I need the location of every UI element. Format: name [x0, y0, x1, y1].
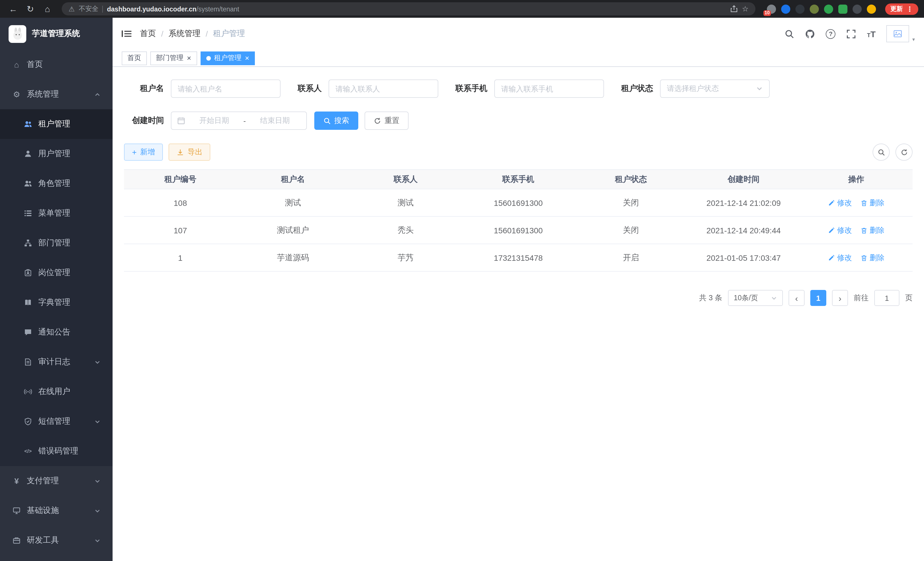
sidebar-fold-icon[interactable]: [122, 30, 131, 38]
prev-page-button[interactable]: ‹: [789, 290, 805, 306]
list-icon: [23, 209, 33, 218]
tab-home[interactable]: 首页: [122, 51, 147, 65]
calendar-icon: [177, 117, 185, 125]
edit-icon: [828, 254, 835, 261]
fullscreen-icon[interactable]: [846, 29, 856, 39]
delete-link[interactable]: 删除: [861, 253, 885, 263]
extension-icon-2[interactable]: [781, 4, 790, 14]
id-badge-icon: [23, 268, 33, 277]
sidebar-item-menu[interactable]: 菜单管理: [0, 199, 112, 228]
phone-input[interactable]: [494, 80, 604, 98]
sidebar-item-user[interactable]: 用户管理: [0, 139, 112, 169]
edit-icon: [828, 227, 835, 234]
tenant-name-input[interactable]: [171, 80, 280, 98]
edit-link[interactable]: 修改: [828, 253, 852, 263]
page-size-select[interactable]: 10条/页: [728, 290, 783, 306]
page-unit-label: 页: [905, 293, 913, 303]
tab-dept[interactable]: 部门管理 ×: [150, 51, 197, 65]
add-button[interactable]: + 新增: [124, 144, 163, 161]
current-page[interactable]: 1: [810, 290, 826, 306]
edit-link[interactable]: 修改: [828, 198, 852, 208]
home-icon[interactable]: ⌂: [40, 5, 55, 13]
chevron-down-icon: [94, 478, 100, 484]
create-time-label: 创建时间: [124, 116, 164, 126]
sidebar-item-dict[interactable]: 字典管理: [0, 288, 112, 317]
extension-icon-6[interactable]: [838, 4, 848, 14]
extension-icon-3[interactable]: [795, 4, 805, 14]
delete-link[interactable]: 删除: [861, 198, 885, 208]
sidebar-item-system[interactable]: ⚙ 系统管理: [0, 80, 112, 109]
page: ← ↻ ⌂ ⚠ 不安全 dashboard.yudao.iocoder.cn/s…: [0, 0, 924, 561]
url-text[interactable]: dashboard.yudao.iocoder.cn/system/tenant: [107, 5, 239, 12]
contact-label: 联系人: [298, 83, 322, 94]
search-button[interactable]: 搜索: [314, 111, 358, 130]
sidebar-item-sms[interactable]: 短信管理: [0, 407, 112, 436]
refresh-icon[interactable]: ↻: [23, 5, 38, 13]
bookmark-star-icon[interactable]: ☆: [742, 5, 748, 13]
sidebar-item-payment[interactable]: ¥ 支付管理: [0, 466, 112, 496]
tab-tenant[interactable]: 租户管理 ×: [200, 51, 255, 65]
header-actions: ? TT ▾: [784, 25, 915, 42]
sidebar-item-audit-log[interactable]: 审计日志: [0, 347, 112, 377]
extension-badge: 10: [764, 10, 771, 16]
active-dot: [206, 56, 211, 60]
help-icon[interactable]: ?: [826, 29, 836, 39]
extension-icon-8[interactable]: [867, 4, 876, 14]
extension-icon-4[interactable]: [810, 4, 819, 14]
back-icon[interactable]: ←: [6, 5, 21, 13]
trash-icon: [861, 254, 867, 261]
contact-input[interactable]: [328, 80, 438, 98]
edit-link[interactable]: 修改: [828, 225, 852, 235]
pagination: 共 3 条 10条/页 ‹ 1 › 前往 页: [124, 290, 913, 306]
sidebar-item-tenant[interactable]: 租户管理: [0, 109, 112, 139]
sidebar-item-dev-tools[interactable]: 研发工具: [0, 526, 112, 555]
close-icon[interactable]: ×: [245, 54, 249, 62]
start-date-placeholder[interactable]: 开始日期: [189, 116, 240, 126]
sidebar-item-notice[interactable]: 通知公告: [0, 317, 112, 347]
sidebar-item-infrastructure[interactable]: 基础设施: [0, 496, 112, 526]
security-label[interactable]: 不安全: [79, 5, 99, 13]
download-icon: [177, 148, 184, 156]
tags-view: 首页 部门管理 × 租户管理 ×: [112, 50, 924, 67]
sidebar-item-role[interactable]: 角色管理: [0, 169, 112, 199]
refresh-table-button[interactable]: [896, 144, 913, 161]
goto-page-input[interactable]: [874, 290, 899, 306]
user-avatar[interactable]: ▾: [886, 25, 915, 42]
delete-link[interactable]: 删除: [861, 225, 885, 235]
status-label: 租户状态: [621, 83, 653, 94]
extension-icon-7[interactable]: [853, 4, 862, 14]
chevron-down-icon: [756, 85, 763, 92]
end-date-placeholder[interactable]: 结束日期: [249, 116, 301, 126]
browser-update-button[interactable]: 更新⋮: [885, 3, 918, 15]
toggle-search-button[interactable]: [873, 144, 890, 161]
table-header: 租户编号 租户名 联系人 联系手机 租户状态 创建时间 操作: [124, 170, 913, 189]
app-title: 芋道管理系统: [32, 29, 80, 39]
close-icon[interactable]: ×: [187, 54, 191, 62]
app-logo: 芋道管理系统: [0, 18, 112, 50]
extension-icon-5[interactable]: [824, 4, 833, 14]
sidebar-item-error-code[interactable]: </> 错误码管理: [0, 436, 112, 466]
sidebar-item-post[interactable]: 岗位管理: [0, 258, 112, 288]
book-icon: [23, 298, 33, 307]
chevron-down-icon: [771, 295, 777, 301]
breadcrumb-home[interactable]: 首页: [140, 29, 156, 39]
next-page-button[interactable]: ›: [832, 290, 848, 306]
share-icon[interactable]: [730, 5, 738, 13]
caret-down-icon: ▾: [912, 37, 915, 42]
date-range-picker[interactable]: 开始日期 - 结束日期: [171, 111, 307, 130]
extension-icon-1[interactable]: 10: [767, 4, 776, 14]
url-bar[interactable]: ⚠ 不安全 dashboard.yudao.iocoder.cn/system/…: [62, 2, 755, 15]
github-icon[interactable]: [805, 29, 815, 39]
home-icon: ⌂: [12, 60, 21, 69]
sidebar-item-home[interactable]: ⌂ 首页: [0, 50, 112, 80]
status-select[interactable]: 请选择租户状态: [660, 80, 770, 98]
reset-button[interactable]: 重置: [364, 111, 409, 130]
sidebar-item-dept[interactable]: 部门管理: [0, 228, 112, 258]
font-size-icon[interactable]: TT: [867, 29, 876, 39]
warning-icon: ⚠: [69, 5, 75, 13]
logo-image: [9, 25, 26, 43]
export-button[interactable]: 导出: [169, 144, 210, 161]
users-icon: [23, 120, 33, 129]
search-icon[interactable]: [784, 29, 794, 39]
sidebar-item-online-user[interactable]: 在线用户: [0, 377, 112, 407]
